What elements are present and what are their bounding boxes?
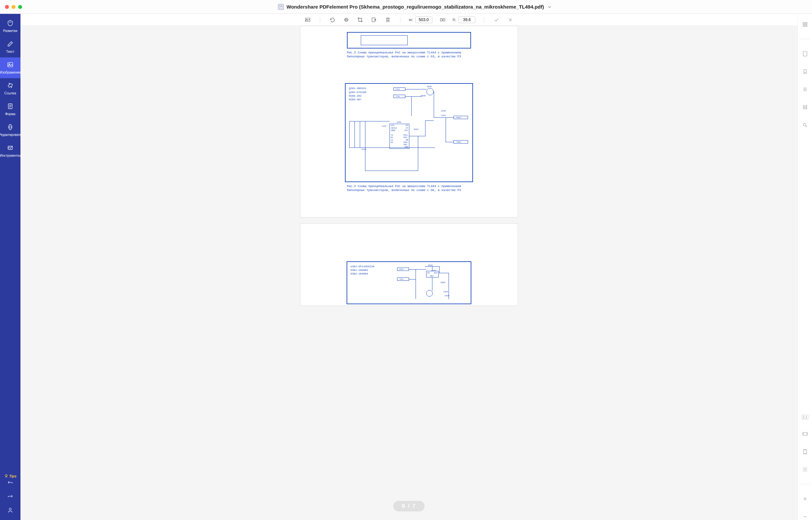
window-controls: [5, 5, 22, 9]
zoom-out-button[interactable]: [802, 513, 808, 520]
cancel-button[interactable]: [507, 16, 514, 23]
svg-rect-27: [803, 108, 807, 109]
minimize-window-button[interactable]: [11, 5, 16, 9]
vin-minus-label: -Vin: [399, 278, 403, 281]
edit-icon: [6, 123, 14, 131]
figure-3-caption: Рис.3 Схема принципиальная РАС на микрос…: [347, 51, 471, 59]
vout-neg-label: -Vout: [360, 148, 366, 151]
flip-button[interactable]: [342, 16, 350, 23]
current-page: 6: [402, 503, 405, 509]
bookmark-button[interactable]: [802, 68, 808, 75]
tips-label: Tips: [9, 474, 17, 478]
right-sidebar: 1:1: [797, 14, 812, 520]
thumbnails-button[interactable]: [802, 21, 808, 28]
outline-button[interactable]: [802, 86, 808, 93]
svg-line-29: [806, 126, 807, 127]
u201-label: U201: [397, 121, 401, 123]
width-input[interactable]: [415, 17, 432, 23]
left-sidebar: Разметки Текст Изображение Ссылка Форма: [0, 14, 21, 520]
sidebar-item-image[interactable]: Изображение: [0, 57, 21, 78]
sidebar-label: Форма: [5, 112, 15, 116]
confirm-button[interactable]: [493, 16, 500, 23]
plus12-label: +12V: [382, 125, 386, 127]
sidebar-label: Редактировать: [0, 133, 22, 137]
actual-size-button[interactable]: 1:1: [802, 415, 808, 419]
svg-rect-1: [280, 6, 282, 6]
adj-label: ADJ: [430, 275, 434, 277]
out-label: OUT: [434, 272, 438, 274]
sidebar-label: Текст: [6, 50, 14, 53]
r207-label: R207: [414, 128, 418, 131]
search-button[interactable]: [802, 122, 808, 128]
sidebar-item-tools[interactable]: Инструменты: [0, 140, 21, 161]
svg-rect-26: [803, 106, 807, 107]
sidebar-item-markup[interactable]: Разметки: [0, 16, 21, 36]
title-dropdown-icon[interactable]: [548, 6, 551, 8]
c304-label: C304: [443, 291, 448, 293]
svg-rect-3: [8, 62, 13, 67]
total-pages: 7: [412, 503, 416, 509]
image-edit-toolbar: w: h:: [21, 14, 797, 26]
vout-plus-label: +Vвыт: [456, 116, 461, 119]
vin-minus-label: -Vin: [395, 95, 400, 98]
sidebar-item-edit[interactable]: Редактировать: [0, 120, 21, 140]
width-group: w:: [409, 17, 432, 23]
sidebar-label: Изображение: [0, 71, 21, 74]
maximize-window-button[interactable]: [18, 5, 22, 9]
main-content: w: h: Рис.3 Схема принципиальн: [21, 14, 797, 520]
rotate-button[interactable]: [329, 16, 336, 23]
fit-page-button[interactable]: [802, 448, 808, 455]
figure-4-caption: Рис.4 Схема принципиальная РАС на микрос…: [347, 185, 471, 192]
svg-rect-20: [803, 25, 805, 26]
svg-rect-19: [805, 22, 807, 24]
attachments-button[interactable]: [802, 104, 808, 110]
window-title-text: Wondershare PDFelement Pro (Skhema_prost…: [286, 4, 544, 9]
redo-button[interactable]: [6, 492, 14, 500]
window-title: Wondershare PDFelement Pro (Skhema_prost…: [22, 4, 807, 10]
page-sep: /: [408, 503, 410, 509]
sidebar-item-text[interactable]: Текст: [0, 36, 21, 57]
sidebar-item-link[interactable]: Ссылка: [0, 78, 21, 99]
user-button[interactable]: [6, 506, 14, 514]
d302-label: D302: [441, 282, 445, 284]
zoom-selection-button[interactable]: [802, 466, 808, 473]
in-label: IN: [427, 272, 429, 274]
svg-point-12: [9, 508, 11, 510]
sidebar-item-form[interactable]: Форма: [0, 99, 21, 120]
svg-rect-32: [803, 468, 807, 471]
vin-plus-label: +Vin: [395, 88, 400, 90]
page-panel-button[interactable]: [802, 51, 808, 57]
c203-label: C203: [441, 110, 446, 112]
document-viewport[interactable]: Рис.3 Схема принципиальная РАС на микрос…: [21, 26, 797, 520]
delete-button[interactable]: [384, 16, 391, 23]
lock-ratio-button[interactable]: [439, 16, 446, 23]
svg-rect-2: [280, 7, 282, 7]
svg-rect-22: [803, 51, 807, 56]
fit-width-button[interactable]: [802, 431, 808, 437]
vout-minus-label: -Vвыт: [456, 141, 461, 143]
svg-rect-17: [443, 19, 445, 21]
form-icon: [6, 102, 14, 110]
replace-image-button[interactable]: [304, 16, 311, 23]
chip-pins-left: VCC CNTLD VREF C1 E1 C2 E2: [391, 124, 397, 144]
zoom-in-button[interactable]: [802, 496, 808, 502]
q202-label: Q202: [427, 85, 432, 88]
export-button[interactable]: [370, 16, 378, 23]
close-window-button[interactable]: [5, 5, 9, 9]
image-icon: [6, 61, 14, 69]
schematic-figure-5: U302-КР142ЕН22А D301-1N4004 D302-1N4004 …: [347, 261, 471, 304]
vin-plus-label: +Vin: [399, 268, 403, 270]
sidebar-label: Разметки: [3, 29, 17, 33]
undo-button[interactable]: [6, 478, 14, 486]
tools-icon: [6, 144, 14, 152]
page-indicator: 6 / 7: [393, 501, 425, 512]
height-input[interactable]: [458, 17, 475, 23]
height-label: h:: [453, 17, 457, 22]
svg-rect-18: [803, 22, 805, 24]
tips-button[interactable]: Tips: [4, 474, 17, 478]
width-label: w:: [409, 17, 413, 22]
crop-button[interactable]: [356, 16, 364, 23]
c204-label: C204: [441, 114, 446, 117]
text-edit-icon: [6, 40, 14, 48]
markup-icon: [6, 19, 14, 27]
